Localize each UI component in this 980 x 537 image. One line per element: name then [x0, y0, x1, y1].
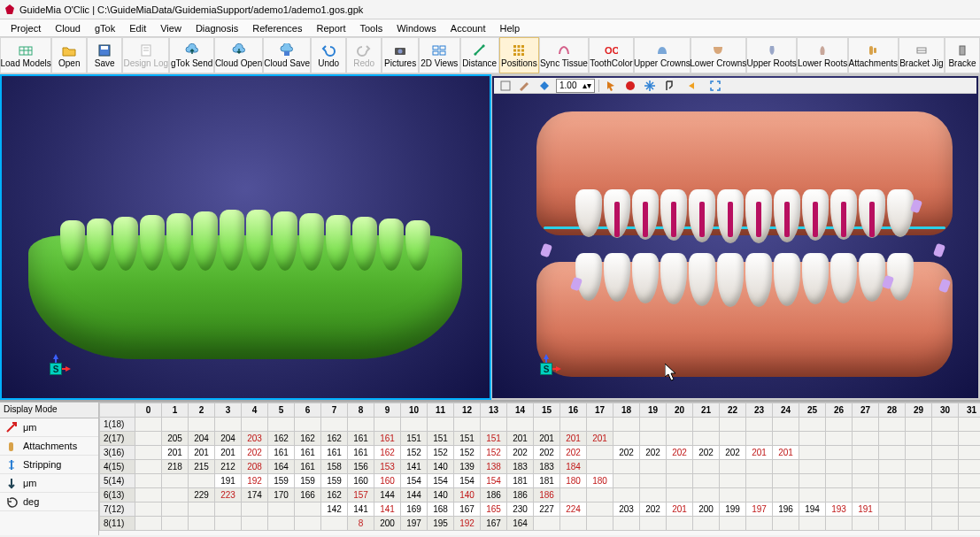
col-header[interactable]: 10: [401, 403, 428, 418]
data-cell[interactable]: 203: [613, 502, 640, 517]
col-header[interactable]: 6: [295, 403, 321, 418]
data-cell[interactable]: 183: [534, 460, 560, 474]
data-cell[interactable]: [720, 418, 746, 432]
data-cell[interactable]: 141: [401, 460, 428, 474]
data-cell[interactable]: [135, 502, 162, 517]
data-cell[interactable]: 201: [667, 502, 693, 517]
col-header[interactable]: 30: [932, 403, 959, 418]
data-cell[interactable]: 201: [189, 446, 215, 460]
data-cell[interactable]: [720, 432, 746, 446]
data-cell[interactable]: 197: [746, 502, 773, 517]
pacman-icon[interactable]: [681, 79, 697, 93]
data-cell[interactable]: [587, 488, 613, 502]
snowflake-icon[interactable]: [642, 79, 658, 93]
data-cell[interactable]: [746, 432, 773, 446]
data-cell[interactable]: 141: [374, 502, 401, 517]
data-cell[interactable]: [693, 418, 720, 432]
data-cell[interactable]: [720, 474, 746, 488]
data-cell[interactable]: 174: [242, 488, 268, 502]
menu-account[interactable]: Account: [444, 19, 493, 36]
data-cell[interactable]: [906, 517, 932, 531]
data-cell[interactable]: 224: [560, 502, 587, 517]
data-cell[interactable]: [853, 460, 879, 474]
data-cell[interactable]: [959, 502, 981, 517]
data-cell[interactable]: [560, 488, 587, 502]
data-cell[interactable]: 203: [242, 432, 268, 446]
data-cell[interactable]: 161: [295, 446, 321, 460]
data-cell[interactable]: 151: [401, 432, 428, 446]
col-header[interactable]: 9: [374, 403, 401, 418]
data-cell[interactable]: 201: [746, 446, 773, 460]
data-cell[interactable]: [693, 474, 720, 488]
data-cell[interactable]: [640, 432, 667, 446]
data-cell[interactable]: [640, 418, 667, 432]
menu-help[interactable]: Help: [493, 19, 528, 36]
data-cell[interactable]: [773, 517, 799, 531]
data-cell[interactable]: 199: [720, 502, 746, 517]
data-cell[interactable]: 204: [215, 432, 242, 446]
data-cell[interactable]: 140: [428, 460, 454, 474]
data-cell[interactable]: [693, 488, 720, 502]
data-cell[interactable]: [162, 517, 189, 531]
data-cell[interactable]: 200: [693, 502, 720, 517]
toolbar-attachments[interactable]: Attachments: [848, 37, 899, 73]
data-cell[interactable]: [959, 460, 981, 474]
data-cell[interactable]: [640, 517, 667, 531]
data-cell[interactable]: [879, 418, 906, 432]
menu-windows[interactable]: Windows: [390, 19, 444, 36]
data-cell[interactable]: [932, 432, 959, 446]
orientation-widget[interactable]: S: [46, 354, 73, 380]
menu-gtok[interactable]: gTok: [88, 19, 122, 36]
data-cell[interactable]: [826, 432, 853, 446]
data-cell[interactable]: [693, 460, 720, 474]
data-cell[interactable]: 215: [189, 460, 215, 474]
data-cell[interactable]: [879, 474, 906, 488]
data-cell[interactable]: 229: [189, 488, 215, 502]
col-header[interactable]: 7: [321, 403, 348, 418]
col-header[interactable]: 2: [189, 403, 215, 418]
data-cell[interactable]: [746, 488, 773, 502]
tool-select-icon[interactable]: [498, 79, 513, 93]
data-cell[interactable]: [135, 432, 162, 446]
data-cell[interactable]: [640, 474, 667, 488]
data-cell[interactable]: [613, 474, 640, 488]
toolbar-sync-tissue[interactable]: Sync Tissue: [539, 37, 589, 73]
col-header[interactable]: 15: [534, 403, 560, 418]
data-cell[interactable]: [667, 488, 693, 502]
data-cell[interactable]: [879, 517, 906, 531]
data-cell[interactable]: [534, 418, 560, 432]
data-cell[interactable]: [135, 488, 162, 502]
data-cell[interactable]: 154: [454, 474, 481, 488]
data-cell[interactable]: [773, 418, 799, 432]
row-header[interactable]: 7(12): [100, 502, 135, 517]
display-mode-deg[interactable]: deg: [0, 493, 98, 511]
data-cell[interactable]: 164: [268, 460, 295, 474]
data-cell[interactable]: [853, 446, 879, 460]
data-cell[interactable]: [826, 474, 853, 488]
data-cell[interactable]: [693, 432, 720, 446]
data-cell[interactable]: [401, 418, 428, 432]
col-header[interactable]: 1: [162, 403, 189, 418]
data-cell[interactable]: [746, 418, 773, 432]
data-cell[interactable]: [189, 418, 215, 432]
data-cell[interactable]: 156: [348, 460, 374, 474]
data-cell[interactable]: [242, 418, 268, 432]
data-cell[interactable]: [135, 517, 162, 531]
data-cell[interactable]: [640, 488, 667, 502]
expand-icon[interactable]: [707, 79, 723, 93]
data-cell[interactable]: [667, 418, 693, 432]
row-header[interactable]: 8(11): [100, 517, 135, 531]
data-cell[interactable]: [879, 502, 906, 517]
data-cell[interactable]: 157: [348, 488, 374, 502]
data-cell[interactable]: 204: [189, 432, 215, 446]
data-cell[interactable]: [268, 418, 295, 432]
data-cell[interactable]: [773, 488, 799, 502]
data-cell[interactable]: 161: [268, 446, 295, 460]
viewport-right[interactable]: 1.00▴▾ S: [491, 74, 980, 400]
toolbar-upper-crowns[interactable]: Upper Crowns: [634, 37, 690, 73]
col-header[interactable]: 26: [826, 403, 853, 418]
col-header[interactable]: 16: [560, 403, 587, 418]
data-cell[interactable]: [906, 502, 932, 517]
toolbar-bracket-jig[interactable]: Bracket Jig: [899, 37, 945, 73]
data-cell[interactable]: [189, 474, 215, 488]
